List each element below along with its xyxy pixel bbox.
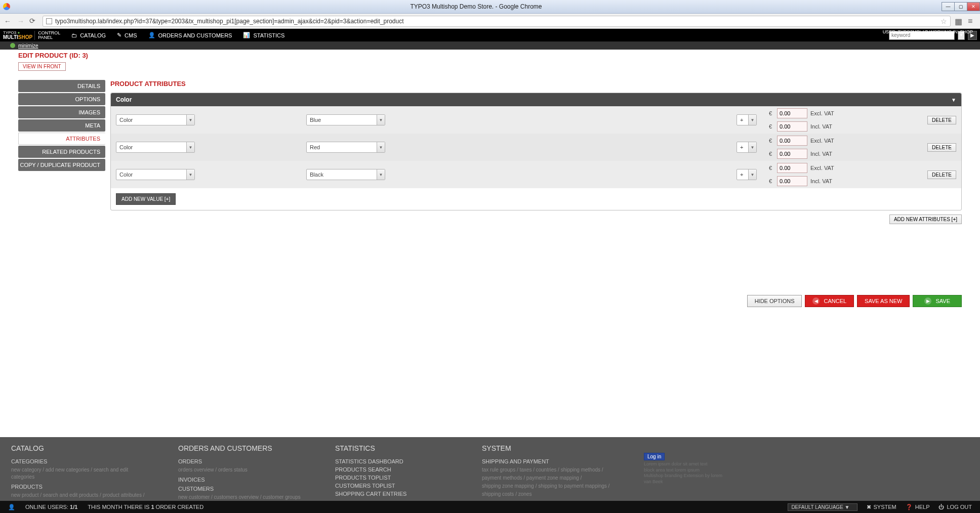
folder-icon: 🗀 xyxy=(71,32,77,38)
currency-symbol: € xyxy=(769,123,774,130)
chrome-menu-icon[interactable]: ≡ xyxy=(968,17,977,26)
logo-text-2b: PANEL xyxy=(38,35,60,40)
forward-button[interactable]: → xyxy=(16,17,25,26)
chevron-down-icon: ▼ xyxy=(186,169,194,180)
tab-attributes[interactable]: ATTRIBUTES xyxy=(18,133,105,145)
url-bar[interactable]: typo3multishop.lab/index.php?id=37&type=… xyxy=(43,16,951,27)
url-text: typo3multishop.lab/index.php?id=37&type=… xyxy=(55,18,937,25)
online-status-icon xyxy=(10,43,15,48)
tab-images[interactable]: IMAGES xyxy=(18,106,105,118)
minimize-link[interactable]: minimize xyxy=(18,43,38,49)
nav-cms[interactable]: ✎CMS xyxy=(117,32,137,38)
attribute-row: Color ▼ Blue ▼ + ▼ € xyxy=(111,106,961,134)
tab-options[interactable]: OPTIONS xyxy=(18,93,105,105)
incl-vat-label: Incl. VAT xyxy=(810,123,832,130)
excl-vat-label: Excl. VAT xyxy=(810,110,834,116)
delete-button[interactable]: DELETE xyxy=(927,143,956,152)
attribute-name-value: Color xyxy=(116,169,186,180)
multishop-logo[interactable]: TYPO3 ● MULTISHOP CONTROL PANEL xyxy=(0,29,63,41)
attribute-block-title: Color xyxy=(116,96,132,103)
hide-options-button[interactable]: HIDE OPTIONS xyxy=(747,295,802,307)
price-sign-value: + xyxy=(737,169,748,180)
close-window-button[interactable]: ✕ xyxy=(967,2,980,11)
save-button[interactable]: ▶SAVE xyxy=(913,295,962,307)
tab-meta[interactable]: META xyxy=(18,119,105,132)
price-sign-select[interactable]: + ▼ xyxy=(737,169,757,180)
price-incl-input[interactable] xyxy=(777,149,807,159)
extension-icon[interactable]: ▦ xyxy=(955,17,964,26)
chrome-toolbar: ← → ⟳ typo3multishop.lab/index.php?id=37… xyxy=(0,14,980,29)
chrome-window-title: TYPO3 Multishop Demo Store. - Google Chr… xyxy=(10,3,942,10)
attribute-name-value: Color xyxy=(116,142,186,152)
nav-cms-label: CMS xyxy=(125,32,137,38)
app-topbar: TYPO3 ● MULTISHOP CONTROL PANEL 🗀CATALOG… xyxy=(0,29,980,41)
price-incl-input[interactable] xyxy=(777,176,807,186)
delete-button[interactable]: DELETE xyxy=(927,170,956,179)
delete-button[interactable]: DELETE xyxy=(927,116,956,124)
nav-orders[interactable]: 👤ORDERS AND CUSTOMERS xyxy=(148,32,232,38)
add-new-attributes-button[interactable]: ADD NEW ATTRIBUTES [+] xyxy=(889,215,962,224)
price-excl-input[interactable] xyxy=(777,163,807,173)
price-sign-select[interactable]: + ▼ xyxy=(737,142,757,153)
incl-vat-label: Incl. VAT xyxy=(810,178,832,184)
attribute-value: Red xyxy=(307,142,377,152)
tab-copy-duplicate[interactable]: COPY / DUPLICATE PRODUCT xyxy=(18,159,105,171)
chevron-down-icon: ▼ xyxy=(377,142,385,152)
attribute-value: Black xyxy=(307,169,377,180)
nav-orders-label: ORDERS AND CUSTOMERS xyxy=(158,32,232,38)
save-as-new-button[interactable]: SAVE AS NEW xyxy=(857,295,910,307)
chevron-left-icon: ◀ xyxy=(812,297,820,305)
nav-statistics[interactable]: 📊STATISTICS xyxy=(243,32,284,38)
add-new-value-button[interactable]: ADD NEW VALUE [+] xyxy=(116,193,176,205)
currency-symbol: € xyxy=(769,178,774,184)
price-sign-select[interactable]: + ▼ xyxy=(737,114,757,125)
incl-vat-label: Incl. VAT xyxy=(810,151,832,157)
attribute-name-select[interactable]: Color ▼ xyxy=(116,142,195,153)
price-excl-input[interactable] xyxy=(777,136,807,146)
attribute-value-select[interactable]: Black ▼ xyxy=(306,169,385,180)
attribute-value-select[interactable]: Blue ▼ xyxy=(306,114,385,125)
view-in-front-button[interactable]: VIEW IN FRONT xyxy=(18,62,66,71)
currency-symbol: € xyxy=(769,165,774,171)
maximize-window-button[interactable]: ▢ xyxy=(954,2,967,11)
chrome-titlebar: TYPO3 Multishop Demo Store. - Google Chr… xyxy=(0,0,980,14)
pencil-icon: ✎ xyxy=(117,32,121,38)
attribute-row: Color ▼ Red ▼ + ▼ € xyxy=(111,134,961,161)
chevron-down-icon: ▼ xyxy=(951,97,956,103)
currency-symbol: € xyxy=(769,138,774,144)
chrome-favicon-icon xyxy=(3,3,10,10)
tab-related-products[interactable]: RELATED PRODUCTS xyxy=(18,146,105,158)
price-sign-value: + xyxy=(737,115,748,125)
attribute-value-select[interactable]: Red ▼ xyxy=(306,142,385,153)
reload-button[interactable]: ⟳ xyxy=(29,17,38,26)
excl-vat-label: Excl. VAT xyxy=(810,138,834,144)
chevron-down-icon: ▼ xyxy=(748,142,756,152)
chevron-down-icon: ▼ xyxy=(186,115,194,125)
minimize-window-button[interactable]: — xyxy=(942,2,955,11)
action-bar: HIDE OPTIONS ◀CANCEL SAVE AS NEW ▶SAVE xyxy=(110,295,962,327)
logo-text-1b: SHOP xyxy=(18,34,32,40)
currency-symbol: € xyxy=(769,151,774,157)
chevron-down-icon: ▼ xyxy=(377,115,385,125)
chevron-down-icon: ▼ xyxy=(748,169,756,180)
chart-icon: 📊 xyxy=(243,32,250,38)
tab-details[interactable]: DETAILS xyxy=(18,80,105,92)
back-button[interactable]: ← xyxy=(3,17,12,26)
nav-catalog[interactable]: 🗀CATALOG xyxy=(71,32,106,38)
price-excl-input[interactable] xyxy=(777,108,807,118)
chevron-down-icon: ▼ xyxy=(186,142,194,152)
logo-text-1a: MULTI xyxy=(3,34,18,40)
price-incl-input[interactable] xyxy=(777,121,807,132)
cancel-button[interactable]: ◀CANCEL xyxy=(805,295,854,307)
side-tabs: DETAILS OPTIONS IMAGES META ATTRIBUTES R… xyxy=(18,80,105,327)
chevron-right-icon: ▶ xyxy=(924,297,931,305)
minimize-strip: minimize xyxy=(0,41,980,50)
attribute-block-header[interactable]: Color ▼ xyxy=(111,93,961,106)
section-title: PRODUCT ATTRIBUTES xyxy=(110,80,962,88)
attribute-block-color: Color ▼ Color ▼ Blue ▼ xyxy=(110,93,962,210)
page-title: EDIT PRODUCT (ID: 3) xyxy=(18,52,980,59)
attribute-name-select[interactable]: Color ▼ xyxy=(116,114,195,125)
attribute-name-select[interactable]: Color ▼ xyxy=(116,169,195,180)
attribute-value: Blue xyxy=(307,115,377,125)
bookmark-star-icon[interactable]: ☆ xyxy=(941,17,947,25)
